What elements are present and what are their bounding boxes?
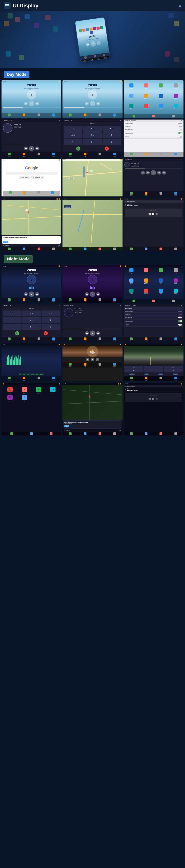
next-btn[interactable]: ▶▶	[97, 41, 101, 45]
night-auto-answer-toggle[interactable]	[178, 316, 182, 318]
night-music-prev[interactable]: ◀◀	[85, 331, 89, 335]
google-search-bar[interactable]	[6, 172, 57, 175]
night-app-spotify[interactable]: ♬ Spotify	[32, 387, 45, 394]
go-button[interactable]: GO	[3, 241, 8, 243]
play-2[interactable]: ⏸	[90, 101, 95, 106]
road-mode-1[interactable]: NEAR	[129, 373, 135, 375]
auto-connect-row[interactable]: Auto connect	[124, 131, 184, 135]
night-app-phone[interactable]: 📞 Phone	[3, 387, 17, 394]
num-9[interactable]: 9	[103, 139, 121, 145]
night-auto-answer[interactable]: Auto answer	[124, 316, 184, 319]
night-power-toggle[interactable]	[178, 324, 182, 326]
next-1[interactable]: ▶▶	[35, 102, 39, 105]
road-mode-3[interactable]: FAR	[158, 373, 163, 375]
night-app-podcast[interactable]: 🎙 Podcast	[3, 395, 17, 402]
local-next[interactable]: ⏭	[162, 171, 166, 175]
prev-2[interactable]: ◀◀	[85, 102, 89, 105]
num-3[interactable]: 3 →	[103, 126, 121, 132]
play-btn[interactable]: ⏸	[90, 41, 96, 47]
night-num-6[interactable]: 0	[42, 317, 60, 323]
night-num-5[interactable]: 5 →	[22, 317, 41, 323]
night-power[interactable]: Power	[124, 323, 184, 327]
np-play[interactable]: ▶	[152, 212, 155, 216]
night-not-playing: Not Playing ⏮ ▶ ⏭	[125, 393, 182, 402]
night-num-4[interactable]: 4 →	[3, 317, 22, 323]
night-prev-1[interactable]: ◀◀	[24, 292, 28, 296]
night-call-btn[interactable]: 📞	[15, 331, 19, 335]
bt-next[interactable]: ▶▶	[35, 147, 39, 150]
call-header: Phone	[63, 123, 122, 125]
night-music-play[interactable]: ▶	[90, 331, 95, 336]
night-next-1[interactable]: ▶▶	[35, 292, 39, 296]
call-btn[interactable]: 📞	[76, 147, 80, 151]
end-call-btn[interactable]: ✕	[105, 147, 109, 151]
night-next-2[interactable]: ▶▶	[96, 292, 100, 296]
google-lucky-btn[interactable]: I'm Feeling Lucky	[31, 176, 44, 179]
menu-icon[interactable]	[4, 2, 10, 9]
night-food-video: 🍜	[62, 346, 122, 357]
food-next[interactable]: ⏭	[96, 358, 99, 361]
power-toggle[interactable]	[178, 136, 182, 137]
night-num-9[interactable]: 9	[42, 324, 60, 330]
night-play-1[interactable]: ▶	[29, 291, 34, 297]
map-route	[83, 166, 85, 178]
np-prev[interactable]: ⏮	[149, 212, 151, 215]
night-auto-connect-toggle[interactable]	[178, 320, 182, 322]
food-play[interactable]: ▶	[91, 358, 94, 361]
food-video-controls: ⏮ ▶ ⏭	[62, 357, 122, 362]
road-mode-4[interactable]: WIDE	[173, 373, 178, 375]
night-num-8[interactable]: 8 →	[22, 324, 41, 330]
night-app-waze[interactable]: 🗺 Waze	[46, 387, 59, 394]
road-btn-2[interactable]: △	[144, 366, 163, 369]
auto-connect-toggle[interactable]	[178, 132, 182, 134]
next-2[interactable]: ▶▶	[96, 102, 100, 105]
map-status: 1:38📶	[62, 159, 122, 161]
night-app-music[interactable]: ♪ Music	[18, 387, 31, 394]
num-8[interactable]: 8 →	[83, 139, 102, 145]
night-album-1: ♪	[27, 275, 36, 284]
night-play-2[interactable]: ⏸	[90, 291, 95, 297]
road-btn-1[interactable]: ◁	[125, 366, 143, 369]
road-btn-3[interactable]: ▷	[164, 366, 183, 369]
prev-1[interactable]: ◀◀	[24, 102, 28, 105]
night-num-7[interactable]: 7 →	[3, 324, 22, 330]
night-np-prev[interactable]: ⏮	[149, 397, 151, 400]
np-next[interactable]: ⏭	[156, 212, 159, 215]
nav-icon[interactable]: ≡	[179, 3, 181, 8]
road-btn-5[interactable]: ▽	[144, 369, 163, 372]
local-rew[interactable]: ◀◀	[146, 171, 150, 175]
night-auto-connect[interactable]: Auto connect	[124, 319, 184, 323]
local-play[interactable]: ▶	[151, 170, 156, 175]
power-row[interactable]: Power	[124, 135, 184, 138]
num-2[interactable]: 2 →	[83, 126, 102, 132]
play-1[interactable]: ▶	[29, 101, 34, 106]
bt-play[interactable]: ▶	[29, 146, 34, 151]
night-np-next[interactable]: ⏭	[156, 397, 159, 400]
local-prev[interactable]: ⏮	[141, 171, 145, 175]
night-end-btn[interactable]: ✕	[44, 331, 48, 335]
road-btn-6[interactable]: ⊙	[164, 369, 183, 372]
road-mode-2[interactable]: MID	[144, 373, 149, 375]
night-row-1: 20:08📶 20:08 A relaxing piece of music ♪	[0, 265, 185, 304]
auto-answer-toggle[interactable]	[178, 129, 182, 130]
night-num-1[interactable]: 1	[3, 311, 22, 316]
num-6[interactable]: 0	[103, 132, 121, 138]
night-num-2[interactable]: 2 →	[22, 311, 41, 316]
num-1[interactable]: 1	[64, 126, 82, 132]
auto-answer-row[interactable]: Auto answer	[124, 128, 184, 131]
night-np-play[interactable]: ▶	[152, 397, 155, 401]
road-btn-4[interactable]: ⊕	[125, 369, 143, 372]
google-search-btn[interactable]: Google Search	[19, 176, 30, 179]
food-prev[interactable]: ⏮	[86, 358, 89, 361]
num-4[interactable]: 4 →	[64, 132, 82, 138]
local-ff[interactable]: ▶▶	[157, 171, 161, 175]
prev-btn[interactable]: ◀◀	[85, 42, 90, 47]
num-5[interactable]: 5 →	[83, 132, 102, 138]
night-app-maps[interactable]: 📍 Maps	[18, 395, 31, 402]
night-go-btn[interactable]: GO	[64, 425, 69, 427]
num-7[interactable]: 7 →	[64, 139, 82, 145]
night-num-3[interactable]: 3 →	[42, 311, 60, 316]
bt-prev[interactable]: ◀◀	[24, 147, 28, 150]
night-prev-2[interactable]: ◀◀	[85, 292, 89, 296]
night-music-next[interactable]: ▶▶	[96, 331, 100, 335]
